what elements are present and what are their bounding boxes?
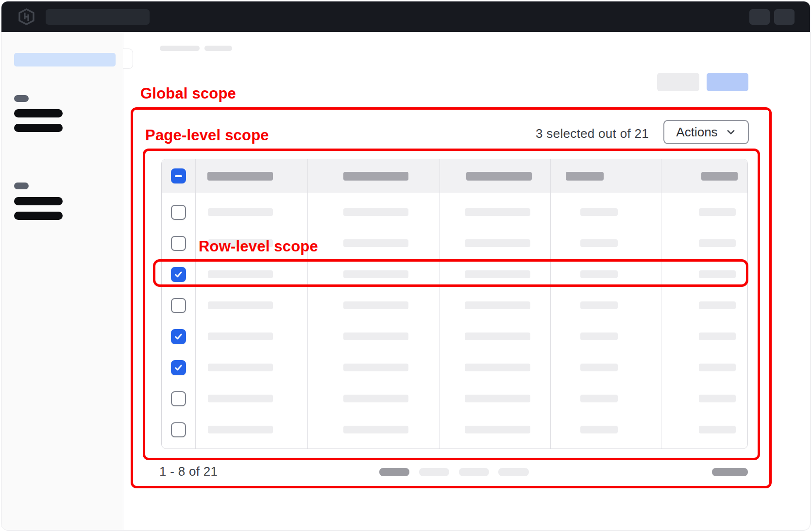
sidebar-nav-item-skeleton[interactable] xyxy=(14,197,63,205)
row-checkbox[interactable] xyxy=(171,360,186,375)
app-window: 3 selected out of 21 Actions xyxy=(1,1,811,531)
row-scope-annotation-label: Row-level scope xyxy=(199,238,318,255)
table-body xyxy=(162,193,747,445)
cell-skeleton xyxy=(343,208,408,216)
topbar xyxy=(1,1,810,32)
cell-skeleton xyxy=(208,364,273,371)
cell-skeleton xyxy=(208,270,273,278)
sidebar-toggle-tab[interactable] xyxy=(123,49,133,69)
sidebar-active-item-skeleton[interactable] xyxy=(14,53,116,66)
column-header-skeleton xyxy=(207,172,273,181)
row-checkbox[interactable] xyxy=(171,422,186,437)
row-checkbox[interactable] xyxy=(171,205,186,220)
pagination-page-skeleton[interactable] xyxy=(379,468,409,476)
cell-skeleton xyxy=(699,395,736,402)
table-row xyxy=(162,197,747,228)
cell-skeleton xyxy=(699,208,736,216)
cell-skeleton xyxy=(343,332,408,340)
cell-skeleton xyxy=(343,301,408,309)
cell-skeleton xyxy=(580,332,618,340)
sidebar-nav-item-skeleton[interactable] xyxy=(14,124,63,132)
global-scope-annotation-label: Global scope xyxy=(140,85,236,102)
cell-skeleton xyxy=(343,426,408,433)
cell-skeleton xyxy=(699,301,736,309)
cell-skeleton xyxy=(699,332,736,340)
check-icon xyxy=(174,363,183,372)
table-row xyxy=(162,383,747,414)
sidebar-section-label-skeleton xyxy=(14,95,29,102)
cell-skeleton xyxy=(208,426,273,433)
cell-skeleton xyxy=(208,301,273,309)
row-checkbox[interactable] xyxy=(171,391,186,406)
cell-skeleton xyxy=(580,395,618,402)
topbar-menu-placeholder[interactable] xyxy=(774,9,795,25)
column-header-skeleton xyxy=(343,172,408,181)
cell-skeleton xyxy=(580,239,618,247)
check-icon xyxy=(174,332,183,341)
sidebar-nav-item-skeleton[interactable] xyxy=(14,109,63,117)
breadcrumb-skeleton[interactable] xyxy=(204,46,232,51)
secondary-button-skeleton[interactable] xyxy=(657,73,699,91)
cell-skeleton xyxy=(699,270,736,278)
cell-skeleton xyxy=(208,395,273,402)
cell-skeleton xyxy=(465,301,530,309)
cell-skeleton xyxy=(580,270,618,278)
select-all-checkbox[interactable] xyxy=(171,168,186,183)
cell-skeleton xyxy=(208,208,273,216)
selection-summary: 3 selected out of 21 xyxy=(487,126,649,141)
minus-icon xyxy=(175,175,182,177)
data-table xyxy=(161,159,748,449)
chevron-down-icon xyxy=(726,127,736,137)
row-checkbox[interactable] xyxy=(171,329,186,344)
table-header-row xyxy=(162,159,747,193)
cell-skeleton xyxy=(343,395,408,402)
sidebar-nav-item-skeleton[interactable] xyxy=(14,212,63,220)
cell-skeleton xyxy=(465,270,530,278)
sidebar xyxy=(1,32,123,530)
table-row xyxy=(162,414,747,445)
cell-skeleton xyxy=(465,395,530,402)
cell-skeleton xyxy=(580,426,618,433)
cell-skeleton xyxy=(580,301,618,309)
cell-skeleton xyxy=(465,208,530,216)
cell-skeleton xyxy=(343,364,408,371)
primary-button-skeleton[interactable] xyxy=(707,73,748,91)
column-header-skeleton xyxy=(701,172,738,181)
topbar-action-placeholder[interactable] xyxy=(749,9,770,25)
cell-skeleton xyxy=(580,364,618,371)
cell-skeleton xyxy=(699,426,736,433)
table-row xyxy=(162,352,747,383)
sidebar-section-label-skeleton xyxy=(14,183,29,189)
pagination-page-skeleton[interactable] xyxy=(419,468,449,476)
table-row xyxy=(162,321,747,352)
cell-skeleton xyxy=(580,208,618,216)
cell-skeleton xyxy=(343,239,408,247)
cell-skeleton xyxy=(465,332,530,340)
cell-skeleton xyxy=(343,270,408,278)
cell-skeleton xyxy=(699,239,736,247)
check-icon xyxy=(174,270,183,279)
cell-skeleton xyxy=(465,239,530,247)
cell-skeleton xyxy=(465,426,530,433)
pagination-page-skeleton[interactable] xyxy=(498,468,529,476)
cell-skeleton xyxy=(208,332,273,340)
cell-skeleton xyxy=(465,364,530,371)
actions-button-label: Actions xyxy=(676,125,717,140)
table-row xyxy=(162,259,747,290)
row-checkbox[interactable] xyxy=(171,298,186,313)
breadcrumb-skeleton[interactable] xyxy=(160,46,200,51)
column-header-skeleton xyxy=(466,172,532,181)
search-field-placeholder[interactable] xyxy=(46,9,150,25)
row-checkbox[interactable] xyxy=(171,267,186,282)
pagination-next-skeleton[interactable] xyxy=(712,468,748,476)
actions-button[interactable]: Actions xyxy=(663,120,749,144)
page-scope-annotation-label: Page-level scope xyxy=(145,127,269,144)
pagination-page-skeleton[interactable] xyxy=(459,468,489,476)
column-header-skeleton xyxy=(566,172,604,181)
row-checkbox[interactable] xyxy=(171,236,186,251)
table-row xyxy=(162,290,747,321)
hashicorp-logo-icon[interactable] xyxy=(18,8,34,25)
cell-skeleton xyxy=(699,364,736,371)
pagination-range-label: 1 - 8 of 21 xyxy=(159,464,218,479)
